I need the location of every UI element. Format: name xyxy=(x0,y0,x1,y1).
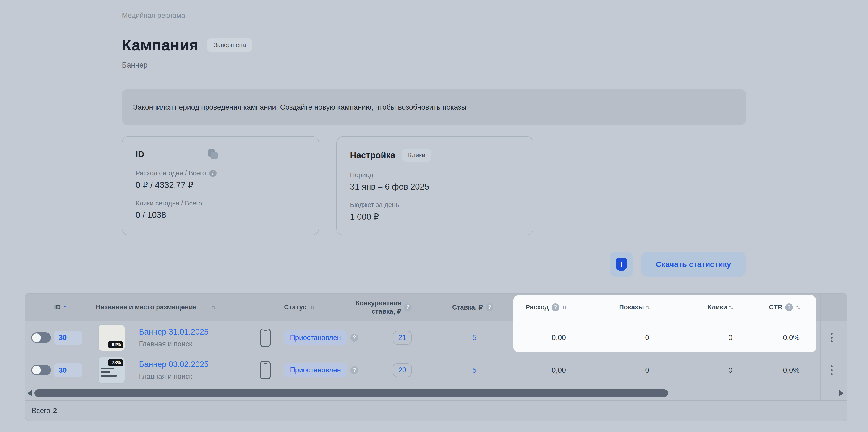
sort-icon[interactable]: ↑↓ xyxy=(796,304,800,311)
ctr-value: 0,0% xyxy=(783,334,800,342)
horizontal-scrollbar xyxy=(25,386,847,401)
row-impressions-cell: 0 xyxy=(591,321,673,354)
download-icon-button[interactable]: ↓ xyxy=(610,252,633,277)
impressions-value: 0 xyxy=(645,366,649,374)
table-footer: Всего 2 xyxy=(25,401,847,421)
settings-card: Настройка Клики Период 31 янв – 6 фев 20… xyxy=(336,136,533,235)
period-value: 31 янв – 6 фев 2025 xyxy=(350,182,520,192)
ctr-value: 0,0% xyxy=(783,366,800,374)
banner-link[interactable]: Баннер 31.01.2025 xyxy=(139,327,209,336)
header-name[interactable]: Название и место размещения ↑↓ xyxy=(96,294,279,321)
row-spend-cell: 0,00 xyxy=(514,354,591,386)
help-icon[interactable]: ? xyxy=(552,304,559,311)
help-icon[interactable]: ? xyxy=(785,304,793,311)
row-bid-cell: 5 xyxy=(430,321,514,354)
header-actions-cell xyxy=(816,294,847,321)
header-bid[interactable]: Ставка, ₽ ? xyxy=(430,294,514,321)
row-toggle-cell xyxy=(25,321,53,354)
row-ctr-cell: 0,0% xyxy=(755,354,816,386)
mobile-device-icon xyxy=(260,328,271,347)
sort-icon[interactable]: ↑↓ xyxy=(562,304,566,311)
row-enable-toggle[interactable] xyxy=(31,333,51,343)
header-id[interactable]: ID ↑ xyxy=(53,294,96,321)
bid-value[interactable]: 5 xyxy=(472,366,476,374)
placements-table: ID ↑ Название и место размещения ↑↓ Стат… xyxy=(25,293,847,421)
total-label: Всего xyxy=(32,407,50,415)
settings-objective-badge: Клики xyxy=(402,149,431,162)
scroll-left-icon[interactable] xyxy=(28,390,32,396)
row-actions-cell xyxy=(816,354,847,386)
table-row: 30 -78% Баннер 03.02.2025 Главная и поис… xyxy=(25,354,847,386)
clicks-today-value: 0 / 1038 xyxy=(135,210,305,220)
page-header: Медийная реклама Кампания Завершена Банн… xyxy=(122,0,868,69)
download-stats-button[interactable]: Скачать статистику xyxy=(641,252,746,277)
period-label: Период xyxy=(350,171,520,179)
row-toggle-cell xyxy=(25,354,53,386)
row-thumb-cell: -78% xyxy=(96,354,131,386)
status-badge: Приостановлен xyxy=(284,330,347,345)
alert-text: Закончился период проведения кампании. С… xyxy=(133,103,466,111)
scrollbar-track[interactable] xyxy=(34,389,837,397)
sort-asc-icon[interactable]: ↑ xyxy=(63,304,67,311)
sort-icon[interactable]: ↑↓ xyxy=(645,304,649,311)
bid-value[interactable]: 5 xyxy=(472,334,476,342)
row-thumb-cell: -62% xyxy=(96,321,131,354)
copy-icon[interactable] xyxy=(208,149,218,160)
header-clicks[interactable]: Клики ↑↓ xyxy=(673,294,755,321)
row-spend-cell: 0,00 xyxy=(514,321,591,354)
header-toggle-cell xyxy=(25,294,53,321)
status-badge: Приостановлен xyxy=(284,363,347,377)
row-name-cell: Баннер 31.01.2025 Главная и поиск xyxy=(131,321,252,354)
breadcrumb[interactable]: Медийная реклама xyxy=(122,11,868,20)
discount-badge: -78% xyxy=(108,359,123,367)
row-enable-toggle[interactable] xyxy=(31,365,51,375)
banner-thumbnail[interactable]: -78% xyxy=(98,357,125,383)
row-impressions-cell: 0 xyxy=(591,354,673,386)
info-icon[interactable]: i xyxy=(209,170,217,177)
table-row: 30 -62% Баннер 31.01.2025 Главная и поис… xyxy=(25,321,847,354)
clicks-value: 0 xyxy=(728,334,733,342)
page-title: Кампания xyxy=(122,36,198,54)
spend-value: 0,00 xyxy=(552,366,566,374)
row-id-cell: 30 xyxy=(53,321,96,354)
scroll-right-icon[interactable] xyxy=(839,390,843,396)
spend-value: 0,00 xyxy=(552,334,566,342)
impressions-value: 0 xyxy=(645,334,649,342)
comp-bid-pill[interactable]: 21 xyxy=(393,331,412,345)
banner-thumbnail[interactable]: -62% xyxy=(98,324,125,351)
row-name-cell: Баннер 03.02.2025 Главная и поиск xyxy=(131,354,252,386)
header-spend[interactable]: Расход ? ↑↓ xyxy=(514,294,591,321)
help-icon[interactable]: ? xyxy=(404,304,412,311)
row-clicks-cell: 0 xyxy=(673,321,755,354)
discount-badge: -62% xyxy=(108,341,123,348)
campaign-status-badge: Завершена xyxy=(207,38,252,52)
sort-icon[interactable]: ↑↓ xyxy=(211,304,215,311)
banner-link[interactable]: Баннер 03.02.2025 xyxy=(139,359,209,369)
placement-label: Главная и поиск xyxy=(139,372,192,381)
spend-today-label: Расход сегодня / Всего xyxy=(135,169,206,177)
row-clicks-cell: 0 xyxy=(673,354,755,386)
header-status[interactable]: Статус ↑↓ xyxy=(279,294,354,321)
row-device-cell xyxy=(252,321,279,354)
header-comp-bid[interactable]: Конкурентная ставка, ₽ ? xyxy=(354,294,430,321)
sort-icon[interactable]: ↑↓ xyxy=(728,304,733,311)
kebab-menu-icon[interactable] xyxy=(828,363,835,377)
header-impressions[interactable]: Показы ↑↓ xyxy=(591,294,673,321)
budget-value: 1 000 ₽ xyxy=(350,212,520,222)
download-icon: ↓ xyxy=(616,258,627,271)
row-id-pill[interactable]: 30 xyxy=(54,330,82,345)
comp-bid-pill[interactable]: 20 xyxy=(393,363,412,377)
clicks-today-label: Клики сегодня / Всего xyxy=(135,200,305,207)
row-status-cell: Приостановлен ? xyxy=(279,321,354,354)
help-icon[interactable]: ? xyxy=(486,304,493,311)
row-comp-bid-cell: 20 xyxy=(354,354,430,386)
scrollbar-thumb[interactable] xyxy=(34,389,668,397)
row-id-pill[interactable]: 30 xyxy=(54,363,82,377)
sort-icon[interactable]: ↑↓ xyxy=(310,304,314,311)
kebab-menu-icon[interactable] xyxy=(828,330,835,345)
total-value: 2 xyxy=(53,407,57,415)
id-card: ID Расход сегодня / Всего i 0 ₽ / 4332,7… xyxy=(122,136,319,235)
header-ctr[interactable]: CTR ? ↑↓ xyxy=(755,294,816,321)
mobile-device-icon xyxy=(260,361,271,379)
table-toolbar: ↓ Скачать статистику xyxy=(0,252,746,277)
